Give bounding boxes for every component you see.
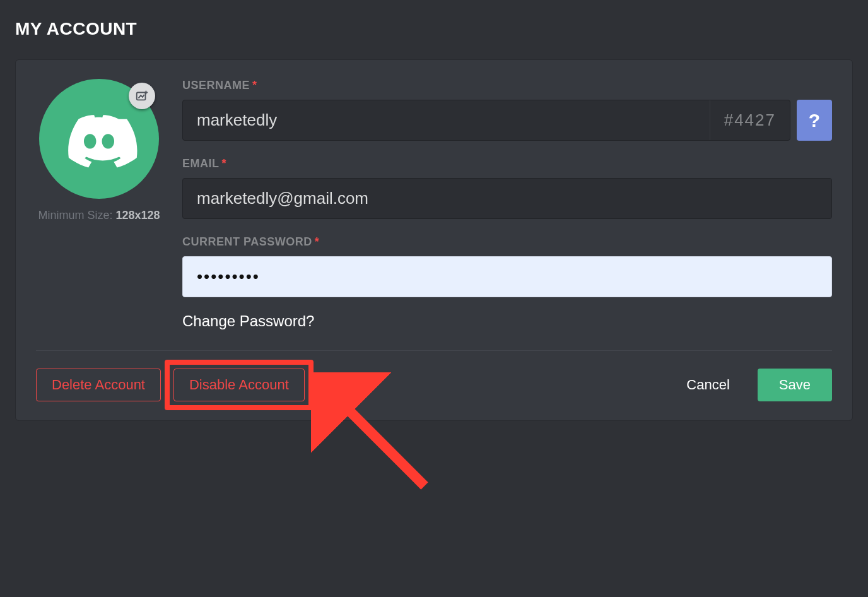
required-marker: * <box>315 235 320 248</box>
discord-logo-icon <box>58 98 140 180</box>
email-input[interactable] <box>182 178 832 219</box>
username-input[interactable] <box>183 100 710 140</box>
disable-account-button[interactable]: Disable Account <box>173 369 305 401</box>
page-title: MY ACCOUNT <box>15 19 853 39</box>
password-label-text: CURRENT PASSWORD <box>182 235 312 248</box>
username-field-wrap: #4427 <box>182 100 790 141</box>
username-help-button[interactable]: ? <box>797 100 832 141</box>
image-add-icon <box>135 89 149 103</box>
password-label: CURRENT PASSWORD* <box>182 235 832 249</box>
change-password-link[interactable]: Change Password? <box>182 311 832 333</box>
min-size-label: Minimum Size: <box>38 209 112 222</box>
save-button[interactable]: Save <box>758 369 832 401</box>
required-marker: * <box>222 157 227 170</box>
cancel-button[interactable]: Cancel <box>671 369 744 401</box>
required-marker: * <box>252 79 257 92</box>
delete-account-button[interactable]: Delete Account <box>36 369 161 401</box>
min-size-value: 128x128 <box>115 209 160 222</box>
username-label: USERNAME* <box>182 79 832 92</box>
upload-avatar-button[interactable] <box>129 83 155 109</box>
email-label-text: EMAIL <box>182 157 220 170</box>
account-panel: Minimum Size: 128x128 USERNAME* #4427 ? … <box>15 59 853 421</box>
current-password-input[interactable] <box>182 256 832 297</box>
email-label: EMAIL* <box>182 157 832 170</box>
discriminator: #4427 <box>710 100 790 140</box>
avatar-min-size: Minimum Size: 128x128 <box>38 209 160 222</box>
avatar-container[interactable] <box>39 79 159 199</box>
username-label-text: USERNAME <box>182 79 250 92</box>
